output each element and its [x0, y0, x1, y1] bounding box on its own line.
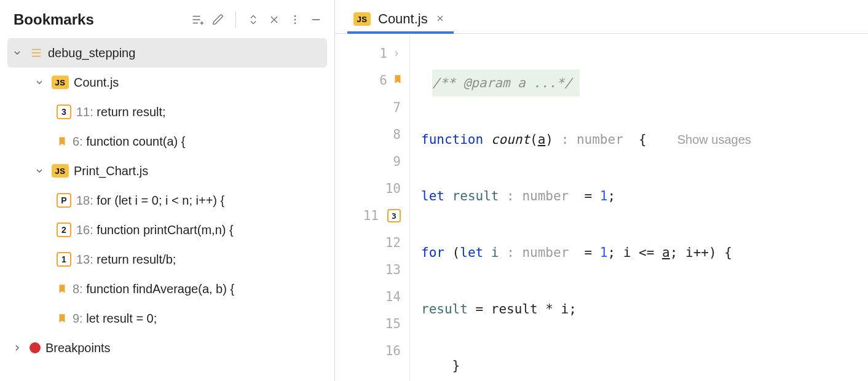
separator	[235, 12, 236, 28]
bookmark-item[interactable]: 2 16: function printChart(m,n) {	[7, 215, 327, 245]
minimize-icon[interactable]	[309, 12, 323, 27]
bookmark-text: 16: function printChart(m,n) {	[76, 223, 234, 237]
editor-pane: JS Count.js 1 6 7 8 9 10 113 12 13 14 15…	[335, 0, 868, 381]
gutter[interactable]: 1 6 7 8 9 10 113 12 13 14 15 16	[335, 34, 410, 381]
line-number[interactable]: 9	[393, 154, 401, 169]
bookmark-text: 11: return result;	[76, 105, 166, 119]
bookmark-text: 18: for (let i = 0; i < n; i++) {	[76, 194, 224, 208]
bookmark-icon	[57, 282, 68, 296]
bookmark-icon	[57, 135, 68, 148]
close-icon[interactable]	[435, 12, 445, 26]
line-number[interactable]: 13	[385, 262, 401, 277]
code-area[interactable]: 1 6 7 8 9 10 113 12 13 14 15 16 /** @par…	[335, 34, 868, 381]
show-usages-link[interactable]: Show usages	[677, 133, 751, 147]
tab-label: Count.js	[378, 11, 428, 27]
js-file-icon: JS	[353, 12, 371, 26]
mnemonic-badge: 1	[57, 252, 71, 267]
file-name: Print_Chart.js	[74, 164, 148, 178]
delete-icon[interactable]	[267, 12, 282, 27]
chevron-down-icon[interactable]	[32, 163, 47, 178]
bookmark-text: 6: function count(a) {	[73, 135, 185, 149]
panel-title: Bookmarks	[14, 11, 94, 28]
tree-file[interactable]: JS Print_Chart.js	[7, 156, 327, 186]
line-number[interactable]: 14	[385, 289, 401, 304]
svg-point-1	[294, 19, 296, 21]
line-number[interactable]: 1	[379, 46, 387, 61]
svg-point-0	[294, 15, 296, 17]
panel-header: Bookmarks	[0, 0, 334, 36]
chevron-right-icon[interactable]	[10, 340, 25, 355]
bookmark-text: 13: return result/b;	[76, 253, 176, 267]
js-file-icon: JS	[52, 164, 69, 178]
bookmarks-tree: debug_stepping JS Count.js 3 11: return …	[0, 36, 334, 369]
fold-icon[interactable]	[392, 46, 401, 61]
breakpoints-label: Breakpoints	[45, 341, 111, 355]
mnemonic-badge: 3	[57, 104, 71, 119]
doc-comment: /** @param a ...*/	[432, 69, 580, 96]
mnemonic-badge[interactable]: 3	[387, 209, 401, 222]
mnemonic-badge: P	[57, 193, 71, 208]
bookmark-icon[interactable]	[392, 73, 403, 89]
line-number[interactable]: 11	[363, 208, 379, 223]
edit-icon[interactable]	[211, 12, 226, 27]
line-number[interactable]: 15	[385, 316, 401, 331]
mnemonic-badge: 2	[57, 222, 71, 237]
line-number[interactable]: 6	[379, 73, 387, 88]
line-number[interactable]: 10	[385, 181, 401, 196]
bookmark-text: 9: let result = 0;	[73, 312, 157, 326]
bookmark-item[interactable]: 8: function findAverage(a, b) {	[7, 274, 327, 304]
expand-collapse-icon[interactable]	[246, 12, 261, 27]
line-number[interactable]: 12	[385, 235, 401, 250]
tab-bar: JS Count.js	[335, 0, 868, 34]
bookmark-item[interactable]: 9: let result = 0;	[7, 304, 327, 333]
more-icon[interactable]	[288, 12, 302, 27]
file-name: Count.js	[74, 76, 119, 90]
bookmark-list-icon	[30, 46, 43, 60]
add-list-icon[interactable]	[190, 12, 205, 27]
bookmark-item[interactable]: 3 11: return result;	[7, 97, 327, 127]
bookmark-text: 8: function findAverage(a, b) {	[73, 282, 234, 296]
js-file-icon: JS	[52, 76, 69, 89]
bookmark-icon	[57, 312, 68, 325]
chevron-down-icon[interactable]	[10, 45, 25, 60]
line-number[interactable]: 7	[393, 100, 401, 115]
tree-group[interactable]: debug_stepping	[7, 38, 327, 68]
svg-point-2	[294, 23, 296, 25]
tree-file[interactable]: JS Count.js	[7, 68, 327, 97]
tab-count-js[interactable]: JS Count.js	[347, 7, 454, 33]
line-number[interactable]: 16	[385, 344, 401, 358]
breakpoints-group[interactable]: Breakpoints	[7, 333, 327, 363]
code-content[interactable]: /** @param a ...*/ function count(a) : n…	[410, 34, 868, 381]
bookmark-item[interactable]: P 18: for (let i = 0; i < n; i++) {	[7, 186, 327, 215]
bookmark-item[interactable]: 6: function count(a) {	[7, 127, 327, 156]
chevron-down-icon[interactable]	[32, 75, 47, 90]
line-number[interactable]: 8	[393, 127, 401, 142]
bookmark-item[interactable]: 1 13: return result/b;	[7, 245, 327, 274]
group-label: debug_stepping	[48, 46, 135, 60]
breakpoint-icon	[30, 342, 41, 353]
bookmarks-panel: Bookmarks	[0, 0, 335, 381]
